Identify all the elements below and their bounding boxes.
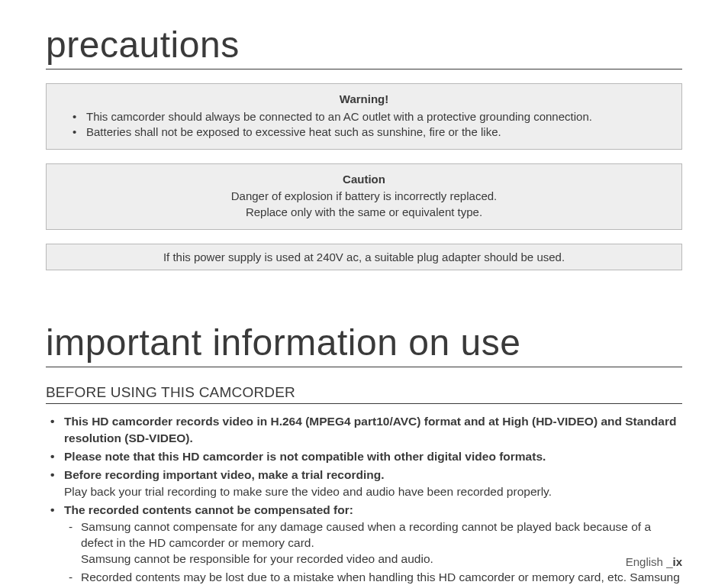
warning-item: This camcorder should always be connecte… [86,109,665,124]
item-bold-text: Before recording important video, make a… [64,468,384,481]
item-bold-text: The recorded contents cannot be compensa… [64,503,353,516]
list-item: The recorded contents cannot be compensa… [64,502,682,585]
caution-title: Caution [63,172,665,187]
sublist-item: Recorded contents may be lost due to a m… [81,569,682,585]
note-box: If this power supply is used at 240V ac,… [46,244,682,270]
warning-list: This camcorder should always be connecte… [63,109,665,141]
sublist-item: Samsung cannot compensate for any damage… [81,519,682,567]
footer-page-number: ix [672,555,682,568]
item-bold-text: Please note that this HD camcorder is no… [64,450,546,463]
caution-box: Caution Danger of explosion if battery i… [46,163,682,230]
page-footer: English _ix [626,555,682,568]
before-using-list: This HD camcorder records video in H.264… [46,413,682,585]
caution-line: Danger of explosion if battery is incorr… [63,189,665,204]
item-normal-text: Play back your trial recording to make s… [64,485,552,498]
before-using-subheading: BEFORE USING THIS CAMCORDER [46,384,682,404]
precautions-heading: precautions [46,26,682,69]
list-item: This HD camcorder records video in H.264… [64,413,682,446]
important-info-heading: important information on use [46,324,682,367]
sublist: Samsung cannot compensate for any damage… [64,519,682,585]
footer-lang: English _ [626,555,673,568]
warning-box: Warning! This camcorder should always be… [46,83,682,150]
warning-item: Batteries shall not be exposed to excess… [86,124,665,140]
item-bold-text: This HD camcorder records video in H.264… [64,415,676,444]
list-item: Before recording important video, make a… [64,467,682,499]
caution-line: Replace only with the same or equivalent… [63,205,665,220]
list-item: Please note that this HD camcorder is no… [64,448,682,464]
warning-title: Warning! [63,92,665,107]
